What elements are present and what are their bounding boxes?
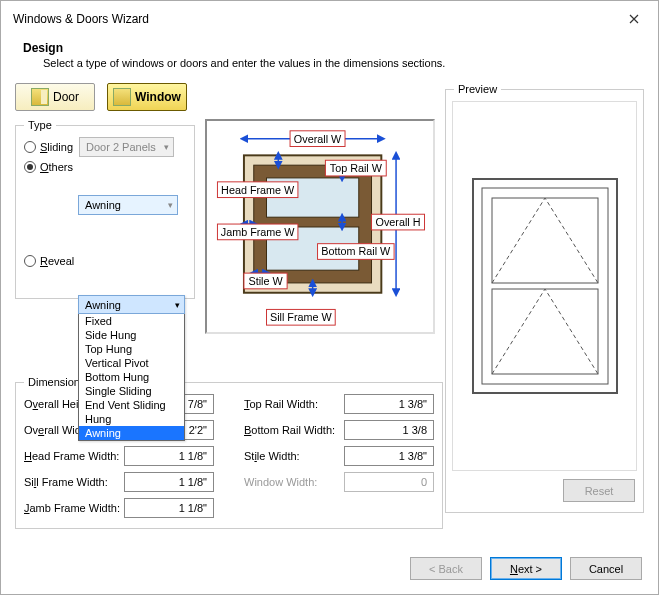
- radio-indicator: [24, 141, 36, 153]
- reset-button: Reset: [563, 479, 635, 502]
- header-desc: Select a type of windows or doors and en…: [43, 57, 646, 69]
- lbl-head-frame: Head Frame Width:: [24, 450, 124, 462]
- diagram-panel: Overall W Overall H Top Rail W Head Fram…: [205, 119, 435, 334]
- back-button: < Back: [410, 557, 482, 580]
- radio-sliding[interactable]: Sliding: [24, 141, 73, 153]
- lbl-bottom-rail: Bottom Rail Width:: [244, 424, 344, 436]
- radio-reveal[interactable]: Reveal: [24, 255, 186, 267]
- svg-text:Head Frame W: Head Frame W: [221, 184, 295, 196]
- chevron-down-icon: ▾: [164, 142, 169, 152]
- svg-text:Top Rail W: Top Rail W: [330, 162, 383, 174]
- window-label: Window: [135, 90, 181, 104]
- cancel-button[interactable]: Cancel: [570, 557, 642, 580]
- radio-others-label: Others: [40, 161, 73, 173]
- close-button[interactable]: [620, 9, 648, 29]
- svg-rect-28: [473, 179, 617, 393]
- radio-sliding-label: Sliding: [40, 141, 73, 153]
- lbl-window-width: Window Width:: [244, 476, 344, 488]
- dropdown-header[interactable]: Awning▾: [78, 295, 185, 314]
- radio-indicator: [24, 255, 36, 267]
- preview-area: [452, 101, 637, 471]
- dropdown-item[interactable]: Vertical Pivot: [79, 356, 184, 370]
- preview-legend: Preview: [454, 83, 501, 95]
- chevron-down-icon: ▾: [168, 200, 173, 210]
- radio-others[interactable]: Others: [24, 161, 186, 173]
- others-combo[interactable]: Awning▾: [78, 195, 178, 215]
- type-legend: Type: [24, 119, 56, 131]
- svg-rect-30: [492, 198, 598, 283]
- svg-text:Overall H: Overall H: [376, 216, 421, 228]
- type-fieldset: Type Sliding Door 2 Panels▾ Others: [15, 119, 195, 299]
- in-jamb-frame[interactable]: 1 1/8": [124, 498, 214, 518]
- door-icon: [31, 88, 49, 106]
- svg-text:Sill Frame W: Sill Frame W: [270, 311, 333, 323]
- window-title: Windows & Doors Wizard: [13, 12, 149, 26]
- door-label: Door: [53, 90, 79, 104]
- window-icon: [113, 88, 131, 106]
- preview-drawing: [470, 176, 620, 396]
- svg-text:Bottom Rail W: Bottom Rail W: [321, 245, 391, 257]
- lbl-jamb-frame: Jamb Frame Width:: [24, 502, 124, 514]
- footer: < Back Next > Cancel: [1, 547, 658, 594]
- svg-text:Jamb Frame W: Jamb Frame W: [221, 226, 296, 238]
- header: Design Select a type of windows or doors…: [1, 33, 658, 83]
- in-window-width: 0: [344, 472, 434, 492]
- wizard-window: Windows & Doors Wizard Design Select a t…: [0, 0, 659, 595]
- in-stile[interactable]: 1 3/8": [344, 446, 434, 466]
- in-bottom-rail[interactable]: 1 3/8: [344, 420, 434, 440]
- dropdown-item[interactable]: End Vent Sliding: [79, 398, 184, 412]
- lbl-stile: Stile Width:: [244, 450, 344, 462]
- lbl-top-rail: Top Rail Width:: [244, 398, 344, 410]
- dropdown-item[interactable]: Bottom Hung: [79, 370, 184, 384]
- in-top-rail[interactable]: 1 3/8": [344, 394, 434, 414]
- header-title: Design: [23, 41, 646, 55]
- dropdown-item[interactable]: Hung: [79, 412, 184, 426]
- next-button[interactable]: Next >: [490, 557, 562, 580]
- dropdown-item[interactable]: Fixed: [79, 314, 184, 328]
- preview-fieldset: Preview Reset: [445, 83, 644, 513]
- dropdown-item[interactable]: Side Hung: [79, 328, 184, 342]
- in-sill-frame[interactable]: 1 1/8": [124, 472, 214, 492]
- chevron-down-icon: ▾: [175, 300, 180, 310]
- dropdown-item[interactable]: Top Hung: [79, 342, 184, 356]
- dropdown-item[interactable]: Single Sliding: [79, 384, 184, 398]
- dropdown-item-selected[interactable]: Awning: [79, 426, 184, 440]
- close-icon: [629, 14, 639, 24]
- in-head-frame[interactable]: 1 1/8": [124, 446, 214, 466]
- window-toggle[interactable]: Window: [107, 83, 187, 111]
- others-dropdown[interactable]: Awning▾ Fixed Side Hung Top Hung Vertica…: [78, 295, 185, 441]
- svg-text:Stile W: Stile W: [248, 275, 283, 287]
- lbl-sill-frame: Sill Frame Width:: [24, 476, 124, 488]
- sliding-combo: Door 2 Panels▾: [79, 137, 174, 157]
- svg-text:Overall W: Overall W: [294, 133, 342, 145]
- door-toggle[interactable]: Door: [15, 83, 95, 111]
- svg-rect-29: [482, 188, 608, 384]
- radio-reveal-label: Reveal: [40, 255, 74, 267]
- titlebar: Windows & Doors Wizard: [1, 1, 658, 33]
- radio-indicator: [24, 161, 36, 173]
- svg-rect-31: [492, 289, 598, 374]
